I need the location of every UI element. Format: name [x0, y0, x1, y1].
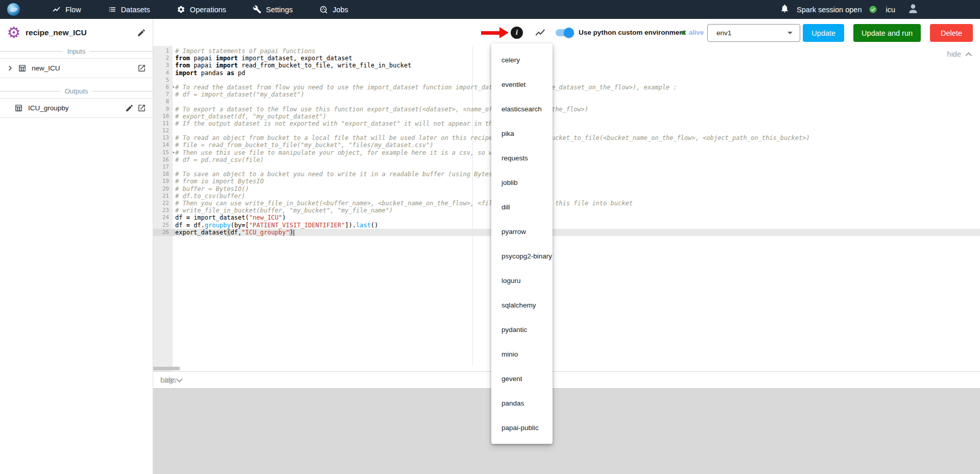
open-output-dataset-button[interactable]	[135, 102, 148, 114]
code-line-1[interactable]: 1# Import statements of papai functions	[153, 48, 980, 55]
horizontal-scrollbar[interactable]	[153, 367, 180, 370]
fold-arrow-icon[interactable]: ▾	[172, 149, 175, 156]
line-number: 25	[153, 222, 175, 229]
line-number: 17	[153, 163, 175, 171]
code-text: # To export a dataset to the flow use th…	[175, 106, 980, 113]
code-line-25[interactable]: 25df = df.groupby(by=["PATIENT_VISIT_IDE…	[153, 222, 980, 229]
code-line-26[interactable]: 26export_dataset(df,"ICU_groupby")	[153, 229, 980, 236]
code-editor[interactable]: 1# Import statements of papai functions2…	[153, 46, 980, 371]
code-text: # Import statements of papai functions	[175, 48, 980, 55]
package-menu-item-pika[interactable]: pika	[491, 121, 553, 146]
chevron-down-icon	[176, 376, 183, 383]
package-menu-item-pandas[interactable]: pandas	[491, 391, 553, 415]
package-menu-item-pyarrow[interactable]: pyarrow	[491, 219, 553, 244]
code-line-12[interactable]: 12	[153, 127, 980, 134]
package-menu-item-sqlalchemy[interactable]: sqlalchemy	[491, 293, 553, 317]
code-line-18[interactable]: 18# To save an object to a bucket you ne…	[153, 171, 980, 178]
code-line-2[interactable]: 2from papai import import_dataset, expor…	[153, 55, 980, 62]
dataset-table-icon	[14, 104, 23, 112]
package-menu-item-loguru[interactable]: loguru	[491, 268, 553, 293]
spark-session-status: Spark session open	[797, 6, 862, 14]
package-menu-item-psycopg2-binary[interactable]: psycopg2-binary	[491, 244, 553, 268]
logs-bar[interactable]: Logs hide	[153, 371, 980, 388]
output-dataset-row[interactable]: ICU_groupby	[0, 98, 153, 118]
package-menu-item-papai-public[interactable]: papai-public	[491, 415, 553, 440]
code-line-17[interactable]: 17	[153, 163, 980, 171]
nav-item-flow[interactable]: Flow	[52, 5, 81, 14]
code-line-6[interactable]: 6▾# To read the dataset from flow you ne…	[153, 84, 980, 91]
text-cursor	[294, 230, 294, 236]
package-menu-item-celery[interactable]: celery	[491, 48, 553, 72]
code-line-3[interactable]: 3from papai import read_from_bucket_to_f…	[153, 62, 980, 69]
code-line-8[interactable]: 8	[153, 98, 980, 105]
code-text: # If the output dataset is not exported …	[175, 120, 980, 127]
input-dataset-row[interactable]: new_ICU	[0, 58, 153, 78]
package-menu-item-minio[interactable]: minio	[491, 342, 553, 366]
code-line-4[interactable]: 4import pandas as pd	[153, 69, 980, 77]
custom-environment-toggle[interactable]	[556, 29, 573, 36]
top-navbar: FlowDatasetsOperationsSettingsJobs Spark…	[0, 0, 980, 19]
edit-recipe-name-button[interactable]	[135, 27, 148, 39]
line-number: 20	[153, 185, 175, 193]
code-line-22[interactable]: 22# Then you can use write_file_in_bucke…	[153, 200, 980, 207]
code-text: import pandas as pd	[175, 69, 980, 77]
code-line-24[interactable]: 24df = import_dataset("new_ICU")	[153, 214, 980, 221]
code-line-10[interactable]: 10# export_dataset(df, "my_output_datase…	[153, 113, 980, 120]
app-logo-icon[interactable]	[7, 3, 20, 16]
line-number: 18	[153, 171, 175, 178]
code-line-15[interactable]: 15▾# Then use this use file to manipulat…	[153, 149, 980, 156]
code-line-11[interactable]: 11# If the output dataset is not exporte…	[153, 120, 980, 127]
hide-editor-button[interactable]: hide	[947, 50, 970, 58]
update-button[interactable]: Update	[803, 24, 844, 42]
code-line-19[interactable]: 19# from io import BytesIO	[153, 178, 980, 185]
open-input-dataset-button[interactable]	[135, 62, 148, 75]
code-lines[interactable]: 1# Import statements of papai functions2…	[153, 48, 980, 236]
code-line-5[interactable]: 5	[153, 77, 980, 84]
code-text: # export_dataset(df, "my_output_dataset"…	[175, 113, 980, 120]
output-dataset-name: ICU_groupby	[28, 104, 123, 112]
line-number: 6▾	[153, 84, 175, 91]
hide-logs-button[interactable]: hide	[160, 376, 183, 384]
update-and-run-button[interactable]: Update and run	[853, 24, 921, 42]
activity-chart-button[interactable]	[535, 27, 546, 40]
line-number: 23	[153, 207, 175, 214]
package-menu-item-joblib[interactable]: joblib	[491, 170, 553, 195]
user-avatar-icon[interactable]	[906, 2, 920, 17]
expand-chevron-icon[interactable]	[6, 64, 14, 72]
nav-item-datasets[interactable]: Datasets	[108, 5, 150, 14]
inputs-divider: Inputs	[0, 48, 153, 55]
code-text	[175, 77, 980, 84]
code-text: export_dataset(df,"ICU_groupby")	[175, 229, 980, 236]
nav-item-label: Settings	[266, 6, 293, 14]
package-menu-item-gevent[interactable]: gevent	[491, 366, 553, 391]
package-menu-item-elasticsearch[interactable]: elasticsearch	[491, 97, 553, 121]
project-name: icu	[886, 6, 895, 14]
package-menu-item-dill[interactable]: dill	[491, 195, 553, 219]
nav-item-jobs[interactable]: Jobs	[319, 5, 348, 14]
package-menu-item-eventlet[interactable]: eventlet	[491, 72, 553, 97]
python-packages-menu: celeryeventletelasticsearchpikarequestsj…	[491, 43, 553, 444]
nav-item-operations[interactable]: Operations	[177, 5, 226, 14]
packages-info-button[interactable]: i	[511, 27, 523, 39]
environment-select[interactable]: env1	[707, 24, 800, 42]
notifications-bell-icon[interactable]	[780, 4, 790, 15]
delete-button[interactable]: Delete	[930, 24, 973, 42]
code-line-16[interactable]: 16# df = pd.read_csv(file)	[153, 156, 980, 163]
code-line-14[interactable]: 14# file = read_from_bucket_to_file("my_…	[153, 141, 980, 149]
edit-output-dataset-button[interactable]	[123, 102, 135, 114]
code-line-21[interactable]: 21# df.to_csv(buffer)	[153, 193, 980, 200]
input-dataset-name: new_ICU	[32, 64, 135, 72]
nav-item-settings[interactable]: Settings	[253, 5, 293, 14]
package-menu-item-pydantic[interactable]: pydantic	[491, 317, 553, 342]
code-line-13[interactable]: 13# To read an object from bucket to a l…	[153, 134, 980, 141]
code-line-7[interactable]: 7# df = import_dataset("my_dataset")	[153, 91, 980, 98]
outputs-label: Outputs	[65, 87, 88, 95]
code-line-9[interactable]: 9# To export a dataset to the flow use t…	[153, 106, 980, 113]
line-number: 11	[153, 120, 175, 127]
fold-arrow-icon[interactable]: ▾	[172, 84, 175, 91]
code-line-20[interactable]: 20# buffer = BytesIO()	[153, 185, 980, 193]
line-number: 24	[153, 214, 175, 221]
editor-toolbar: i Use python custom environment alive en…	[153, 19, 980, 46]
package-menu-item-requests[interactable]: requests	[491, 146, 553, 170]
code-line-23[interactable]: 23# write_file_in_bucket(buffer, "my_buc…	[153, 207, 980, 214]
